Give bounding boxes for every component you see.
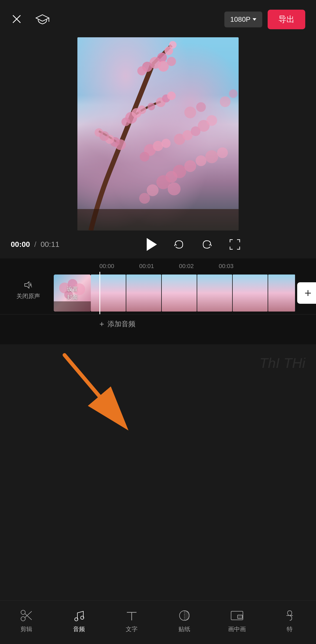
svg-point-36 — [196, 102, 206, 112]
svg-point-21 — [115, 139, 126, 150]
svg-point-40 — [184, 160, 196, 172]
cover-label: 设置封面 — [67, 285, 78, 301]
svg-point-61 — [21, 610, 25, 614]
detection-text-area: ThI THi — [249, 350, 316, 376]
thi-text: ThI THi — [249, 350, 316, 376]
add-audio-button[interactable]: + 添加音频 — [99, 319, 135, 329]
export-button[interactable]: 导出 — [268, 10, 305, 29]
svg-point-46 — [168, 182, 181, 195]
svg-point-28 — [161, 139, 171, 148]
svg-rect-4 — [77, 37, 239, 230]
current-time: 00:00 — [11, 240, 30, 248]
resolution-button[interactable]: 1080P — [224, 12, 262, 27]
clip-segment-1[interactable] — [91, 275, 126, 312]
ruler-tick-0: 00:00 — [99, 263, 139, 270]
svg-point-31 — [182, 130, 193, 140]
cover-thumbnail[interactable]: 设置封面 — [54, 275, 91, 312]
svg-point-37 — [220, 96, 231, 107]
total-time: 00:11 — [41, 240, 59, 248]
clip-segment-3[interactable] — [162, 275, 197, 312]
svg-point-12 — [167, 57, 176, 66]
header-left — [11, 12, 49, 27]
toolbar-item-audio[interactable]: 音频 — [63, 609, 95, 633]
text-icon — [125, 609, 139, 623]
svg-point-33 — [198, 120, 210, 132]
video-preview-area — [0, 35, 316, 230]
svg-point-15 — [167, 92, 176, 100]
close-button[interactable] — [11, 13, 23, 26]
svg-point-25 — [99, 131, 109, 141]
toolbar-label-sticker: 贴纸 — [178, 625, 190, 633]
svg-point-29 — [140, 152, 149, 162]
svg-point-17 — [125, 112, 137, 124]
clip-segment-2[interactable] — [126, 275, 161, 312]
svg-point-7 — [164, 46, 173, 55]
svg-point-47 — [147, 184, 159, 196]
clip-segment-5[interactable] — [233, 275, 268, 312]
svg-point-22 — [110, 137, 120, 147]
svg-line-59 — [64, 355, 124, 425]
arrow-indicator — [54, 347, 145, 438]
svg-point-34 — [206, 115, 217, 126]
svg-point-9 — [142, 62, 152, 72]
toolbar-item-sticker[interactable]: 贴纸 — [168, 609, 200, 633]
svg-point-38 — [229, 89, 238, 98]
svg-point-20 — [121, 118, 130, 126]
pip-icon — [230, 609, 244, 623]
fullscreen-button[interactable] — [229, 239, 241, 250]
special-icon — [283, 609, 297, 623]
bottom-toolbar: 剪辑 音频 文字 贴纸 画中画 — [0, 600, 316, 644]
video-content — [77, 37, 239, 230]
svg-point-5 — [149, 57, 161, 69]
redo-button[interactable] — [201, 239, 213, 250]
svg-point-45 — [156, 175, 170, 189]
clip-segment-6[interactable] — [268, 275, 295, 312]
plus-icon: + — [304, 287, 311, 299]
toolbar-item-cut[interactable]: 剪辑 — [10, 609, 42, 633]
svg-point-13 — [156, 97, 166, 107]
play-icon — [147, 238, 157, 251]
plus-icon-small: + — [99, 320, 104, 329]
ruler-tick-3: 00:03 — [219, 263, 258, 270]
track-volume-label: 关闭原声 — [16, 292, 40, 300]
toolbar-item-special[interactable]: 特 — [274, 609, 306, 633]
video-thumbnail[interactable] — [77, 37, 239, 230]
arrow-section: ThI THi — [0, 344, 316, 441]
timeline-track: 关闭原声 — [0, 272, 316, 314]
svg-point-43 — [205, 150, 218, 163]
svg-point-11 — [158, 61, 169, 72]
svg-marker-50 — [25, 282, 29, 288]
svg-point-16 — [148, 103, 155, 110]
toolbar-item-pip[interactable]: 画中画 — [221, 609, 253, 633]
svg-rect-57 — [54, 301, 91, 312]
svg-point-8 — [169, 41, 177, 49]
learn-button[interactable] — [35, 12, 49, 27]
toolbar-label-text: 文字 — [126, 625, 138, 633]
scissors-icon — [19, 609, 33, 623]
clip-strip — [91, 275, 295, 312]
clip-segment-4[interactable] — [197, 275, 232, 312]
cover-inner: 设置封面 — [54, 275, 91, 312]
time-separator: / — [34, 240, 38, 248]
clip-strip-area[interactable]: + — [91, 275, 316, 312]
undo-button[interactable] — [173, 239, 185, 250]
header-right: 1080P 导出 — [224, 10, 305, 29]
toolbar-item-text[interactable]: 文字 — [116, 609, 148, 633]
play-button[interactable] — [145, 238, 157, 251]
svg-point-35 — [184, 107, 196, 118]
svg-point-41 — [196, 155, 206, 166]
add-clip-button[interactable]: + — [297, 282, 316, 304]
svg-point-48 — [139, 193, 150, 204]
svg-point-30 — [174, 134, 185, 145]
svg-rect-49 — [77, 209, 239, 230]
toolbar-label-special: 特 — [287, 625, 293, 633]
time-display: 00:00 / 00:11 — [11, 240, 81, 249]
svg-point-26 — [144, 144, 156, 156]
svg-point-18 — [132, 108, 141, 118]
toolbar-label-pip: 画中画 — [228, 625, 246, 633]
add-audio-label: 添加音频 — [107, 319, 135, 329]
svg-point-32 — [191, 126, 200, 136]
volume-icon[interactable] — [23, 280, 33, 290]
toolbar-label-cut: 剪辑 — [20, 625, 32, 633]
toolbar-label-audio: 音频 — [73, 625, 85, 633]
